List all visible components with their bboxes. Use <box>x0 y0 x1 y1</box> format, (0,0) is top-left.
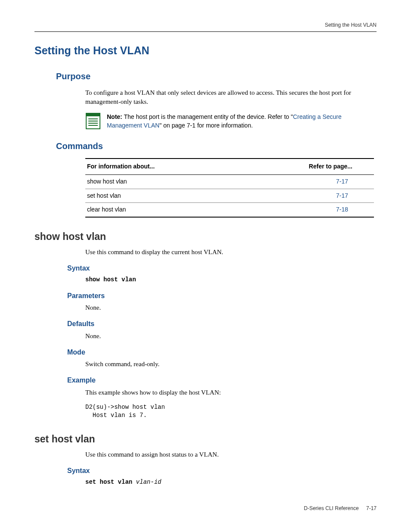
commands-col1: For information about... <box>85 159 234 174</box>
table-row: clear host vlan 7-18 <box>85 203 374 217</box>
table-row: show host vlan 7-17 <box>85 174 374 189</box>
cmd-name: clear host vlan <box>85 203 234 217</box>
cmd-page-link[interactable]: 7-17 <box>234 174 374 189</box>
footer-page: 7-17 <box>366 505 377 511</box>
commands-table: For information about... Refer to page..… <box>34 158 377 217</box>
note-prefix: Note: <box>107 113 122 120</box>
page-footer: D-Series CLI Reference 7-17 <box>304 505 377 512</box>
show-host-vlan-heading: show host vlan <box>34 230 377 243</box>
commands-col2: Refer to page... <box>234 159 374 174</box>
mode-heading: Mode <box>34 348 377 357</box>
note-text: Note: The host port is the management en… <box>107 112 374 130</box>
purpose-text: To configure a host VLAN that only selec… <box>34 88 377 106</box>
table-row: set host vlan 7-17 <box>85 189 374 203</box>
set-host-vlan-heading: set host vlan <box>34 432 377 446</box>
footer-doc: D-Series CLI Reference <box>304 505 358 511</box>
cmd-page-link[interactable]: 7-18 <box>234 203 374 217</box>
page-title: Setting the Host VLAN <box>34 43 377 58</box>
cmd-name: set host vlan <box>85 189 234 203</box>
cmd-name: show host vlan <box>85 174 234 189</box>
example-intro: This example shows how to display the ho… <box>34 388 377 397</box>
note-icon <box>85 112 101 130</box>
example-code: D2(su)->show host vlan Host vlan is 7. <box>34 403 377 420</box>
svg-rect-1 <box>86 113 100 116</box>
purpose-heading: Purpose <box>34 70 377 82</box>
commands-heading: Commands <box>34 140 377 152</box>
mode-text: Switch command, read-only. <box>34 360 377 369</box>
set-host-vlan-intro: Use this command to assign host status t… <box>34 450 377 459</box>
example-heading: Example <box>34 376 377 385</box>
note-body-before: The host port is the management entity o… <box>122 113 293 120</box>
defaults-text: None. <box>34 332 377 341</box>
note-block: Note: The host port is the management en… <box>34 112 377 130</box>
running-header: Setting the Host VLAN <box>34 22 377 32</box>
syntax-heading: Syntax <box>34 264 377 273</box>
cmd-page-link[interactable]: 7-17 <box>234 189 374 203</box>
note-body-after: " on page 7-1 for more information. <box>159 122 253 129</box>
syntax-code-2: set host vlan vlan-id <box>34 478 377 487</box>
show-host-vlan-intro: Use this command to display the current … <box>34 248 377 257</box>
syntax-code: show host vlan <box>34 276 377 284</box>
parameters-heading: Parameters <box>34 291 377 301</box>
parameters-text: None. <box>34 303 377 312</box>
defaults-heading: Defaults <box>34 319 377 329</box>
syntax-heading-2: Syntax <box>34 466 377 476</box>
